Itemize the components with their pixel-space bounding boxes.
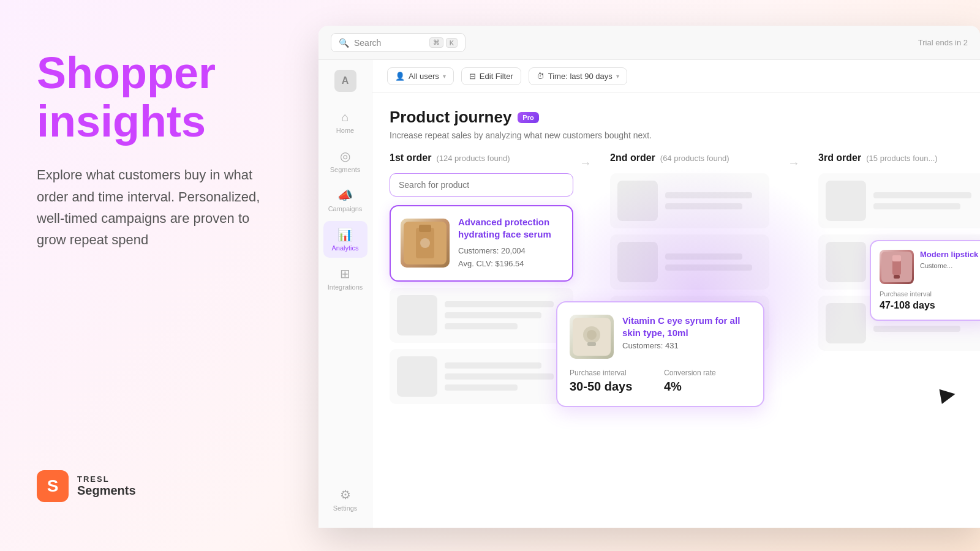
vitamin-stats: Purchase interval 30-50 days Conversion … — [570, 369, 751, 394]
sidebar-label-settings: Settings — [333, 504, 358, 512]
skeleton-lines — [445, 301, 566, 329]
search-bar[interactable]: 🔍 Search ⌘ K — [331, 33, 466, 52]
order-3-count: (15 products foun...) — [866, 154, 937, 163]
skeleton-line — [873, 326, 960, 332]
skeleton-line — [445, 373, 554, 380]
cmd-key: ⌘ — [429, 37, 443, 48]
page-title: Product journey — [390, 108, 511, 127]
brand-logo: S TRESL Segments — [37, 470, 282, 502]
chevron-down-icon: ▾ — [443, 73, 446, 80]
skeleton-image — [826, 303, 866, 343]
app-window: 🔍 Search ⌘ K Trial ends in 2 A ⌂ Home ◎ … — [318, 26, 980, 528]
skeleton-card — [610, 234, 769, 290]
hero-subtitle: Explore what customers buy in what order… — [37, 164, 270, 250]
vitamin-product-name: Vitamin C eye syrum for all skin type, 1… — [622, 315, 751, 339]
sidebar-item-segments[interactable]: ◎ Segments — [323, 143, 368, 179]
sidebar-item-campaigns[interactable]: 📣 Campaigns — [323, 182, 368, 219]
lipstick-product-name: Modern lipstick — [920, 250, 978, 260]
skeleton-card — [610, 173, 769, 228]
brand-name-top: TRESL — [77, 474, 136, 484]
order-2-header: 2nd order (64 products found) — [610, 152, 769, 163]
svg-rect-2 — [419, 225, 431, 232]
settings-icon: ⚙ — [340, 487, 351, 502]
sidebar-item-home[interactable]: ⌂ Home — [323, 104, 368, 140]
order-1-title: 1st order — [390, 152, 431, 163]
skeleton-line — [665, 192, 752, 198]
analytics-icon: 📊 — [337, 227, 353, 242]
time-chevron-icon: ▾ — [616, 73, 619, 80]
conversion-label: Conversion rate — [664, 369, 751, 377]
hero-title: Shopper insights — [37, 49, 282, 146]
search-label: Search — [354, 38, 381, 48]
order-3-header: 3rd order (15 products foun...) — [818, 152, 980, 163]
time-filter-button[interactable]: ⏱ Time: last 90 days ▾ — [529, 67, 627, 85]
lipstick-card-top: Modern lipstick Custome... — [880, 250, 980, 284]
lipstick-interval-value: 47-108 days — [880, 300, 980, 311]
skeleton-card — [390, 349, 573, 404]
order-1-count: (124 products found) — [436, 154, 510, 163]
trial-notice: Trial ends in 2 — [918, 38, 968, 47]
sidebar-item-analytics[interactable]: 📊 Analytics — [323, 221, 368, 258]
interval-value: 30-50 days — [570, 380, 657, 394]
all-users-filter[interactable]: 👤 All users ▾ — [387, 67, 454, 85]
skeleton-image — [397, 295, 437, 335]
skeleton-card — [818, 173, 980, 228]
edit-filter-button[interactable]: ⊟ Edit Filter — [461, 67, 521, 85]
product-clv: Avg. CLV: $196.54 — [458, 258, 562, 271]
product-info: Advanced protection hydrating face serum… — [458, 216, 562, 271]
order-3-title: 3rd order — [818, 152, 861, 163]
all-users-label: All users — [409, 72, 439, 81]
skeleton-line — [445, 301, 554, 307]
hero-section: Shopper insights Explore what customers … — [37, 49, 282, 250]
search-icon: 🔍 — [339, 38, 349, 48]
order-column-1: 1st order (124 products found) — [390, 152, 573, 404]
left-panel: Shopper insights Explore what customers … — [0, 0, 318, 551]
order-arrow-2: → — [782, 152, 806, 404]
product-customers: Customers: 20,004 — [458, 245, 562, 258]
skeleton-image — [397, 356, 437, 397]
skeleton-line — [445, 362, 541, 369]
svg-rect-11 — [894, 275, 900, 279]
vitamin-card-top: Vitamin C eye syrum for all skin type, 1… — [570, 315, 751, 359]
product-name: Advanced protection hydrating face serum — [458, 216, 562, 240]
svg-point-7 — [587, 330, 597, 340]
sidebar-item-integrations[interactable]: ⊞ Integrations — [323, 260, 368, 297]
svg-point-3 — [420, 238, 430, 248]
avatar: A — [334, 70, 356, 92]
skeleton-line — [445, 312, 541, 318]
featured-product-card[interactable]: Advanced protection hydrating face serum… — [390, 205, 573, 282]
clock-icon: ⏱ — [537, 72, 545, 81]
order-1-header: 1st order (124 products found) — [390, 152, 573, 163]
skeleton-card — [390, 288, 573, 343]
sidebar: A ⌂ Home ◎ Segments 📣 Campaigns 📊 Analyt… — [318, 60, 372, 528]
sidebar-item-settings[interactable]: ⚙ Settings — [323, 481, 368, 518]
skeleton-image — [617, 181, 658, 221]
interval-label: Purchase interval — [570, 369, 657, 377]
search-product-input[interactable] — [390, 173, 573, 197]
skeleton-lines — [665, 253, 762, 271]
user-icon: 👤 — [395, 72, 405, 81]
campaigns-icon: 📣 — [337, 188, 353, 203]
product-image — [401, 219, 450, 268]
sidebar-label-segments: Segments — [330, 166, 361, 173]
skeleton-line — [665, 203, 742, 209]
skeleton-image — [826, 181, 866, 221]
home-icon: ⌂ — [341, 110, 349, 124]
conversion-value: 4% — [664, 380, 751, 394]
sidebar-label-analytics: Analytics — [331, 244, 358, 252]
purchase-interval-block: Purchase interval 30-50 days — [570, 369, 657, 394]
skeleton-cards-col1 — [390, 288, 573, 404]
skeleton-line — [665, 253, 742, 260]
sidebar-label-campaigns: Campaigns — [328, 205, 363, 212]
brand-name-bottom: Segments — [77, 484, 136, 498]
lipstick-product-info: Modern lipstick Custome... — [920, 250, 978, 269]
sidebar-label-home: Home — [336, 127, 354, 134]
filter-bar: 👤 All users ▾ ⊟ Edit Filter ⏱ Time: last… — [372, 60, 980, 93]
conversion-rate-block: Conversion rate 4% — [664, 369, 751, 394]
skeleton-image — [826, 242, 866, 282]
lipstick-interval-label: Purchase interval — [880, 290, 980, 298]
vitamin-product-image — [570, 315, 614, 359]
segments-icon: ◎ — [340, 149, 350, 163]
integrations-icon: ⊞ — [340, 266, 350, 281]
sidebar-label-integrations: Integrations — [328, 283, 363, 291]
